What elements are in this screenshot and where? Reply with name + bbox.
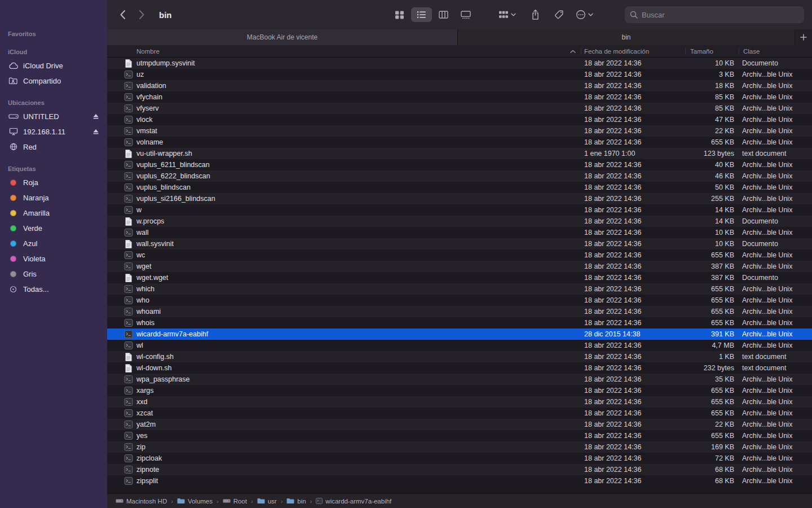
file-row[interactable]: vuplus_blindscan18 abr 2022 14:3650 KBAr… [107, 182, 812, 193]
file-row[interactable]: vuplus_6211_blindscan18 abr 2022 14:3640… [107, 159, 812, 170]
sidebar-item-roja[interactable]: Roja [5, 175, 103, 190]
file-row[interactable]: wl-down.sh18 abr 2022 14:36232 bytestext… [107, 362, 812, 374]
sidebar-item-gris[interactable]: Gris [5, 266, 103, 281]
path-item-wicardd-armv7a-eabihf[interactable]: wicardd-armv7a-eabihf [316, 498, 391, 505]
sidebar-item-192-168-1-11[interactable]: 192.168.1.11 [5, 124, 103, 139]
sidebar-item-azul[interactable]: Azul [5, 236, 103, 251]
sidebar-item-icloud-drive[interactable]: iCloud Drive [5, 58, 103, 73]
gallery-view-button[interactable] [455, 7, 476, 22]
icon-view-button[interactable] [389, 7, 410, 22]
unix-executable-icon [123, 431, 133, 441]
file-size: 10 KB [641, 59, 734, 67]
column-view-button[interactable] [433, 7, 454, 22]
file-row[interactable]: wpa_passphrase18 abr 2022 14:3635 KBArch… [107, 374, 812, 385]
sidebar-item-compartido[interactable]: Compartido [5, 73, 103, 88]
file-size: 123 bytes [641, 150, 734, 157]
file-size: 655 KB [641, 432, 734, 440]
file-row[interactable]: zipcloak18 abr 2022 14:3672 KBArchiv...b… [107, 453, 812, 464]
file-date: 18 abr 2022 14:36 [584, 443, 641, 451]
path-item-usr[interactable]: usr [257, 498, 277, 505]
unix-executable-icon [123, 284, 133, 294]
file-row[interactable]: vmstat18 abr 2022 14:3622 KBArchiv...ble… [107, 125, 812, 137]
file-row[interactable]: whois18 abr 2022 14:36655 KBArchiv...ble… [107, 317, 812, 329]
path-item-bin[interactable]: bin [286, 498, 306, 505]
file-row[interactable]: wc18 abr 2022 14:36655 KBArchiv...ble Un… [107, 249, 812, 261]
unix-executable-icon [123, 454, 133, 463]
file-row[interactable]: vfyserv18 abr 2022 14:3685 KBArchiv...bl… [107, 103, 812, 114]
file-row[interactable]: zipnote18 abr 2022 14:3668 KBArchiv...bl… [107, 464, 812, 475]
sidebar-item-amarilla[interactable]: Amarilla [5, 205, 103, 220]
tags-button[interactable] [554, 10, 564, 20]
document-icon [123, 273, 133, 283]
unix-executable-icon [123, 296, 133, 305]
file-name: which [136, 285, 155, 293]
file-row[interactable]: yat2m18 abr 2022 14:3622 KBArchiv...ble … [107, 419, 812, 430]
file-name: vfychain [136, 93, 162, 101]
tab-macbook-air-de-vicente[interactable]: MacBook Air de vicente [107, 29, 458, 45]
file-row[interactable]: vu-util-wrapper.sh1 ene 1970 1:00123 byt… [107, 148, 812, 159]
file-row[interactable]: wget.wget18 abr 2022 14:36387 KBDocument… [107, 272, 812, 283]
file-row[interactable]: uz18 abr 2022 14:363 KBArchiv...ble Unix [107, 69, 812, 80]
file-row[interactable]: wl-config.sh18 abr 2022 14:361 KBtext do… [107, 351, 812, 362]
search-icon [630, 11, 638, 19]
tag-color-dot [10, 210, 16, 216]
file-row[interactable]: volname18 abr 2022 14:36655 KBArchiv...b… [107, 137, 812, 148]
sidebar-item-untitled[interactable]: UNTITLED [5, 109, 103, 124]
file-row[interactable]: wall.sysvinit18 abr 2022 14:3610 KBDocum… [107, 238, 812, 249]
file-date: 18 abr 2022 14:36 [584, 274, 641, 282]
file-row[interactable]: xzcat18 abr 2022 14:36655 KBArchiv...ble… [107, 408, 812, 419]
file-row[interactable]: vuplus_6222_blindscan18 abr 2022 14:3646… [107, 170, 812, 182]
forward-button[interactable] [139, 10, 145, 20]
column-header-name[interactable]: Nombre [136, 48, 160, 55]
sort-ascending-icon [570, 50, 576, 53]
path-item-root[interactable]: Root [223, 498, 247, 505]
search-input[interactable] [642, 11, 799, 19]
tab-bin[interactable]: bin [458, 29, 795, 45]
file-row[interactable]: whoami18 abr 2022 14:36655 KBArchiv...bl… [107, 306, 812, 317]
column-header-size[interactable]: Tamaño [690, 48, 713, 55]
file-row[interactable]: vuplus_si2166_blindscan18 abr 2022 14:36… [107, 193, 812, 204]
column-header-kind[interactable]: Clase [743, 48, 760, 55]
path-item-macintosh-hd[interactable]: Macintosh HD [116, 498, 167, 505]
share-button[interactable] [531, 10, 540, 20]
file-name: utmpdump.sysvinit [136, 59, 195, 67]
file-row[interactable]: wl18 abr 2022 14:364,7 MBArchiv...ble Un… [107, 340, 812, 351]
back-button[interactable] [120, 10, 126, 20]
search-field[interactable] [625, 6, 804, 23]
file-row[interactable]: yes18 abr 2022 14:36655 KBArchiv...ble U… [107, 430, 812, 441]
sidebar-item-todas[interactable]: Todas... [5, 282, 103, 296]
file-row[interactable]: xargs18 abr 2022 14:36655 KBArchiv...ble… [107, 385, 812, 396]
file-row[interactable]: w.procps18 abr 2022 14:3614 KBDocumento [107, 216, 812, 227]
file-row[interactable]: who18 abr 2022 14:36655 KBArchiv...ble U… [107, 295, 812, 306]
column-header-date[interactable]: Fecha de modificación [584, 48, 649, 55]
path-item-volumes[interactable]: Volumes [177, 498, 213, 505]
sidebar-item-label: Compartido [23, 77, 61, 85]
file-row[interactable]: wget18 abr 2022 14:36387 KBArchiv...ble … [107, 261, 812, 272]
list-view-button[interactable] [411, 7, 432, 22]
sidebar-item-verde[interactable]: Verde [5, 221, 103, 235]
new-tab-button[interactable] [795, 29, 812, 45]
file-row[interactable]: vlock18 abr 2022 14:3647 KBArchiv...ble … [107, 114, 812, 125]
more-options-button[interactable] [576, 10, 593, 20]
eject-icon[interactable] [92, 113, 99, 120]
sidebar-item-naranja[interactable]: Naranja [5, 190, 103, 205]
file-row[interactable]: utmpdump.sysvinit18 abr 2022 14:3610 KBD… [107, 58, 812, 69]
file-row[interactable]: validation18 abr 2022 14:3618 KBArchiv..… [107, 80, 812, 91]
tag-color-dot [10, 271, 16, 277]
file-row[interactable]: vfychain18 abr 2022 14:3685 KBArchiv...b… [107, 91, 812, 103]
file-size: 68 KB [641, 466, 734, 474]
file-row[interactable]: which18 abr 2022 14:36655 KBArchiv...ble… [107, 283, 812, 295]
file-row[interactable]: zipsplit18 abr 2022 14:3668 KBArchiv...b… [107, 475, 812, 487]
file-row[interactable]: wicardd-armv7a-eabihf28 dic 2015 14:3839… [107, 329, 812, 340]
file-row[interactable]: wall18 abr 2022 14:3610 KBArchiv...ble U… [107, 227, 812, 238]
eject-icon[interactable] [92, 129, 99, 135]
file-row[interactable]: xxd18 abr 2022 14:36655 KBArchiv...ble U… [107, 396, 812, 408]
file-row[interactable]: w18 abr 2022 14:3614 KBArchiv...ble Unix [107, 204, 812, 216]
tag-color-dot [10, 240, 16, 247]
sidebar-item-violeta[interactable]: Violeta [5, 251, 103, 266]
sidebar-item-red[interactable]: Red [5, 139, 103, 154]
group-by-button[interactable] [498, 11, 516, 19]
file-size: 1 KB [641, 353, 734, 361]
file-row[interactable]: zip18 abr 2022 14:36169 KBArchiv...ble U… [107, 441, 812, 453]
folder-icon [286, 498, 294, 504]
